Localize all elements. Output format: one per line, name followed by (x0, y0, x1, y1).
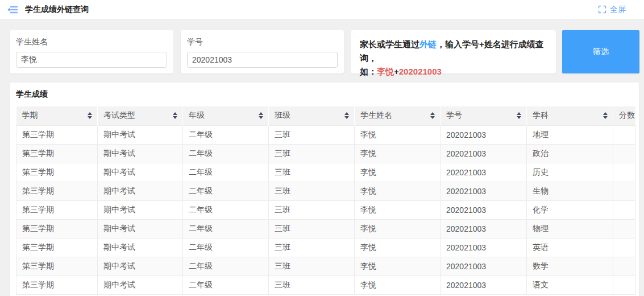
table-row: 第三学期期中考试二年级三班李悦202021003历史 (16, 163, 635, 182)
table-cell: 李悦 (355, 219, 441, 238)
col-header-label: 考试类型 (103, 110, 135, 120)
table-cell: 期中考试 (98, 144, 183, 163)
table-cell: 期中考试 (98, 219, 183, 238)
col-header-4[interactable]: 班级 (269, 106, 355, 125)
table-cell: 李悦 (355, 257, 441, 276)
sort-icon[interactable] (344, 112, 349, 119)
hint-line: 如：李悦+202021003 (360, 65, 547, 79)
sort-icon[interactable] (88, 112, 92, 119)
col-header-label: 年级 (189, 110, 205, 120)
table-cell: 化学 (527, 200, 613, 219)
sort-caret-up-icon (259, 112, 263, 115)
table-cell (613, 238, 635, 257)
col-header-3[interactable]: 年级 (183, 106, 269, 125)
sort-icon[interactable] (517, 112, 521, 119)
menu-fold-icon-svg (6, 3, 19, 16)
sort-caret-down-icon (259, 116, 263, 119)
table-cell: 202021003 (441, 144, 527, 163)
fullscreen-button[interactable]: 全屏 (598, 5, 626, 15)
hint-text: 家长或学生通过 (360, 39, 419, 49)
student-name-label: 学生姓名 (16, 37, 167, 47)
table-cell: 二年级 (183, 144, 269, 163)
table-cell: 三班 (269, 219, 355, 238)
table-cell: 二年级 (183, 125, 269, 144)
table-cell (613, 219, 635, 238)
table-cell: 二年级 (183, 238, 269, 257)
table-row: 第三学期期中考试二年级三班李悦202021003政治 (16, 144, 635, 163)
table-cell: 三班 (269, 276, 355, 294)
table-cell: 第三学期 (16, 125, 98, 144)
col-header-label: 学生姓名 (360, 110, 392, 120)
hint-text: 李悦 (377, 67, 394, 76)
table-cell: 政治 (527, 144, 613, 163)
sort-icon[interactable] (603, 112, 608, 119)
sort-caret-up-icon (344, 112, 349, 115)
table-cell: 李悦 (355, 238, 441, 257)
table-cell: 202021003 (441, 163, 527, 182)
sort-icon[interactable] (173, 112, 177, 119)
table-cell: 李悦 (355, 125, 441, 144)
table-cell: 三班 (269, 238, 355, 257)
table-cell: 第三学期 (16, 200, 98, 219)
col-header-7[interactable]: 学科 (527, 106, 613, 125)
table-cell: 二年级 (183, 276, 269, 294)
table-cell: 二年级 (183, 163, 269, 182)
hint-link[interactable]: 外链 (419, 39, 437, 49)
col-header-label: 班级 (275, 110, 290, 120)
hint-text: 202021003 (399, 67, 442, 76)
table-cell: 第三学期 (16, 182, 98, 200)
table-cell: 地理 (527, 125, 613, 144)
table-cell: 期中考试 (98, 257, 183, 276)
student-id-input[interactable] (187, 52, 338, 68)
table-cell: 202021003 (441, 238, 527, 257)
student-name-input[interactable] (16, 52, 167, 68)
sort-caret-down-icon (88, 116, 92, 119)
sort-icon[interactable] (259, 112, 263, 119)
table-cell: 期中考试 (98, 125, 183, 144)
table-cell: 第三学期 (16, 144, 98, 163)
menu-fold-icon[interactable] (6, 3, 19, 17)
sort-caret-up-icon (430, 112, 435, 115)
table-cell: 期中考试 (98, 163, 183, 182)
grades-table: 学期考试类型年级班级学生姓名学号学科分数 第三学期期中考试二年级三班李悦2020… (16, 106, 635, 295)
table-cell: 202021003 (441, 219, 527, 238)
grades-title: 学生成绩 (16, 89, 635, 100)
table-cell: 数学 (527, 257, 613, 276)
fullscreen-icon (598, 5, 606, 14)
table-row: 第三学期期中考试二年级三班李悦202021003数学 (16, 257, 635, 276)
table-cell: 语文 (527, 276, 613, 294)
table-cell: 三班 (269, 200, 355, 219)
table-cell: 二年级 (183, 200, 269, 219)
table-row: 第三学期期中考试二年级三班李悦202021003英语 (16, 238, 635, 257)
sort-caret-down-icon (173, 116, 177, 119)
col-header-2[interactable]: 考试类型 (98, 106, 183, 125)
table-cell (613, 276, 635, 294)
hint-text: 如： (360, 67, 377, 76)
table-cell: 三班 (269, 163, 355, 182)
table-row: 第三学期期中考试二年级三班李悦202021003地理 (16, 125, 635, 144)
sort-icon[interactable] (430, 112, 435, 119)
table-cell: 生物 (527, 182, 613, 200)
table-row: 第三学期期中考试二年级三班李悦202021003语文 (16, 276, 635, 294)
col-header-label: 学号 (446, 110, 462, 120)
col-header-1[interactable]: 学期 (16, 106, 98, 125)
col-header-5[interactable]: 学生姓名 (355, 106, 441, 125)
student-id-field: 学号 (181, 30, 344, 73)
table-cell: 第三学期 (16, 257, 98, 276)
col-header-label: 学期 (22, 110, 38, 120)
table-cell (613, 125, 635, 144)
sort-caret-down-icon (603, 116, 608, 119)
table-row: 第三学期期中考试二年级三班李悦202021003化学 (16, 200, 635, 219)
col-header-6[interactable]: 学号 (441, 106, 527, 125)
table-cell: 三班 (269, 257, 355, 276)
table-cell: 二年级 (183, 219, 269, 238)
table-cell: 历史 (527, 163, 613, 182)
table-cell: 期中考试 (98, 238, 183, 257)
filter-button[interactable]: 筛选 (562, 30, 639, 73)
table-cell: 李悦 (355, 163, 441, 182)
table-cell: 202021003 (441, 125, 527, 144)
sort-caret-down-icon (430, 116, 435, 119)
table-cell: 202021003 (441, 182, 527, 200)
table-cell: 二年级 (183, 182, 269, 200)
sort-caret-up-icon (603, 112, 608, 115)
